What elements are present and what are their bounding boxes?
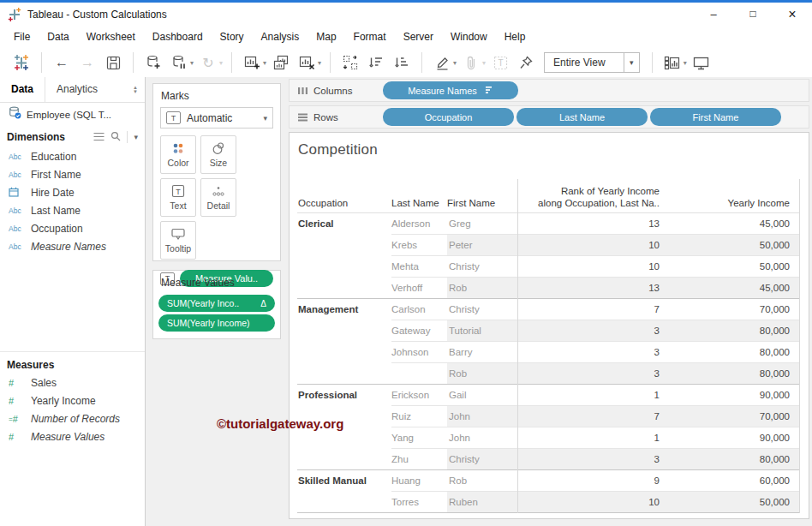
chevron-down-icon[interactable]: ▾ [134, 133, 138, 141]
pane-sort-icon[interactable]: ▲▼ [133, 86, 138, 94]
last-name-cell[interactable]: Zhu [391, 449, 447, 470]
last-name-cell[interactable]: Johnson [391, 342, 447, 363]
rank-value-cell[interactable]: 7 [517, 299, 672, 320]
last-name-cell[interactable]: Erickson [391, 385, 447, 406]
menu-worksheet[interactable]: Worksheet [78, 26, 144, 48]
duplicate-sheet-button[interactable] [271, 51, 291, 74]
occupation-cell[interactable]: Professional [297, 385, 391, 406]
menu-help[interactable]: Help [496, 26, 534, 48]
occupation-cell[interactable] [297, 235, 391, 256]
occupation-cell[interactable]: Skilled Manual [297, 470, 391, 492]
occupation-cell[interactable] [297, 363, 391, 385]
dimension-field-occupation[interactable]: Abc Occupation [0, 219, 145, 237]
new-data-source-button[interactable] [143, 51, 164, 74]
menu-format[interactable]: Format [345, 26, 395, 48]
sort-descending-button[interactable] [391, 51, 412, 74]
menu-story[interactable]: Story [212, 26, 253, 48]
occupation-cell[interactable] [297, 256, 391, 278]
rank-value-cell[interactable]: 9 [517, 470, 672, 492]
rank-value-cell[interactable]: 13 [517, 213, 672, 235]
rows-pill-occupation[interactable]: Occupation [383, 108, 514, 126]
rank-value-cell[interactable]: 3 [517, 342, 672, 363]
first-name-cell[interactable]: Greg [447, 213, 517, 235]
column-header-last-name[interactable]: Last Name [391, 198, 439, 208]
undo-button[interactable]: ← [51, 51, 72, 74]
column-header-first-name[interactable]: First Name [447, 198, 495, 208]
occupation-cell[interactable] [297, 492, 391, 513]
show-me-button[interactable] [662, 51, 683, 74]
tableau-logo-icon[interactable] [11, 51, 32, 74]
income-value-cell[interactable]: 80,000 [672, 320, 799, 342]
menu-map[interactable]: Map [307, 26, 344, 48]
rank-value-cell[interactable]: 10 [517, 256, 672, 278]
chevron-down-icon[interactable]: ▾ [624, 53, 639, 72]
clear-sheet-button[interactable] [296, 51, 317, 74]
view-list-icon[interactable] [93, 129, 104, 145]
color-button[interactable]: Color [160, 135, 196, 174]
fit-selector[interactable]: Entire View ▾ [544, 52, 640, 73]
first-name-cell[interactable]: Barry [447, 342, 517, 363]
rank-value-cell[interactable]: 13 [517, 278, 672, 299]
dimension-field-education[interactable]: Abc Education [0, 147, 145, 165]
first-name-cell[interactable]: John [447, 406, 517, 427]
occupation-cell[interactable]: Clerical [297, 213, 391, 235]
sort-ascending-button[interactable] [366, 51, 386, 74]
dimension-field-first-name[interactable]: Abc First Name [0, 165, 145, 183]
columns-pill-measure-names[interactable]: Measure Names [383, 81, 518, 99]
highlight-button[interactable] [432, 51, 452, 74]
rank-value-cell[interactable]: 10 [517, 492, 672, 513]
tab-data[interactable]: Data [0, 77, 45, 102]
tooltip-button[interactable]: Tooltip [160, 221, 196, 260]
tab-analytics[interactable]: Analytics [45, 77, 109, 102]
rank-value-cell[interactable]: 7 [517, 406, 672, 427]
rank-value-cell[interactable]: 1 [517, 427, 672, 449]
income-value-cell[interactable]: 90,000 [672, 427, 799, 449]
mark-type-dropdown[interactable]: T Automatic ▾ [160, 107, 273, 129]
last-name-cell[interactable]: Krebs [391, 235, 447, 256]
last-name-cell[interactable]: Carlson [391, 299, 447, 320]
data-source-item[interactable]: Employee (SQL T... [0, 103, 145, 126]
redo-button[interactable]: → [77, 51, 98, 74]
menu-server[interactable]: Server [395, 26, 442, 48]
income-value-cell[interactable]: 80,000 [672, 342, 799, 363]
menu-file[interactable]: File [7, 26, 39, 48]
size-button[interactable]: Size [200, 135, 236, 174]
income-value-cell[interactable]: 50,000 [672, 492, 799, 513]
detail-button[interactable]: Detail [200, 178, 236, 217]
column-header-yearly-income[interactable]: Yearly Income [728, 198, 790, 208]
first-name-cell[interactable]: Ruben [447, 492, 517, 513]
chevron-down-icon[interactable]: ▾ [453, 59, 457, 67]
occupation-cell[interactable] [297, 406, 391, 427]
chevron-down-icon[interactable]: ▾ [263, 59, 266, 67]
last-name-cell[interactable]: Torres [391, 492, 447, 513]
income-value-cell[interactable]: 80,000 [672, 363, 799, 385]
first-name-cell[interactable]: Christy [447, 256, 517, 278]
measure-field-yearly-income[interactable]: # Yearly Income [0, 392, 145, 409]
occupation-cell[interactable] [297, 342, 391, 363]
occupation-cell[interactable] [297, 449, 391, 470]
column-header-occupation[interactable]: Occupation [298, 198, 348, 208]
income-value-cell[interactable]: 60,000 [672, 470, 799, 492]
last-name-cell[interactable]: Gateway [391, 320, 447, 342]
show-mark-labels-button[interactable]: T [490, 51, 510, 74]
first-name-cell[interactable]: Peter [447, 235, 517, 256]
dimension-field-last-name[interactable]: Abc Last Name [0, 201, 145, 219]
income-value-cell[interactable]: 50,000 [672, 235, 799, 256]
menu-data[interactable]: Data [39, 26, 77, 48]
income-value-cell[interactable]: 80,000 [672, 449, 799, 470]
last-name-cell[interactable]: Ruiz [391, 406, 447, 427]
rank-value-cell[interactable]: 3 [517, 320, 672, 342]
fix-axes-button[interactable] [516, 51, 536, 74]
new-worksheet-button[interactable] [242, 51, 262, 74]
income-value-cell[interactable]: 70,000 [672, 406, 799, 427]
chevron-down-icon[interactable]: ▾ [684, 59, 687, 67]
first-name-cell[interactable]: Rob [447, 470, 517, 492]
income-value-cell[interactable]: 45,000 [672, 213, 799, 235]
income-value-cell[interactable]: 45,000 [672, 278, 799, 299]
dimension-field-hire-date[interactable]: Hire Date [0, 183, 145, 201]
dimension-field-measure-names[interactable]: Abc Measure Names [0, 237, 145, 255]
first-name-cell[interactable]: Gail [447, 385, 517, 406]
rows-pill-first-name[interactable]: First Name [650, 108, 781, 126]
close-button[interactable]: × [773, 3, 812, 26]
menu-analysis[interactable]: Analysis [253, 26, 308, 48]
